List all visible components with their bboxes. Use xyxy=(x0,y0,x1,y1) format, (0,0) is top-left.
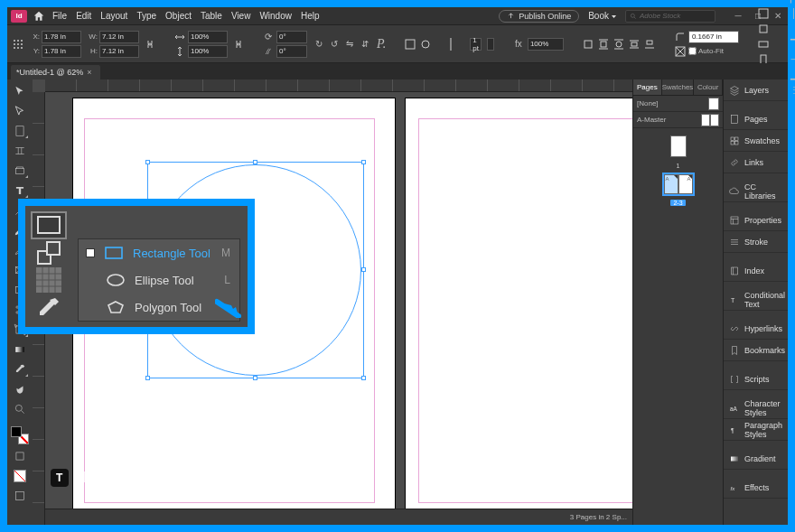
rail-links[interactable]: Links xyxy=(724,152,788,173)
menu-edit[interactable]: Edit xyxy=(76,11,91,21)
fx-icon[interactable]: fx xyxy=(512,38,525,51)
shear-field[interactable]: 0° xyxy=(276,45,307,58)
fill-stroke-swatches[interactable] xyxy=(11,426,29,444)
y-field[interactable]: 1.78 in xyxy=(42,45,81,58)
page-right[interactable] xyxy=(405,98,632,509)
big-gradient-grid-icon[interactable] xyxy=(31,266,67,294)
menu-window[interactable]: Window xyxy=(259,11,292,21)
rail-bookmarks[interactable]: Bookmarks xyxy=(724,340,788,361)
align-left-icon[interactable]: ▏ xyxy=(788,0,795,5)
text-wrap-none-icon[interactable] xyxy=(582,38,594,51)
selection-tool[interactable] xyxy=(11,83,29,99)
apply-none-icon[interactable] xyxy=(11,468,29,484)
constrain-wh-icon[interactable] xyxy=(145,38,155,51)
view-mode-icon[interactable] xyxy=(11,488,29,504)
corner-size-field[interactable]: 0.1667 in xyxy=(688,31,739,43)
corner-icon[interactable] xyxy=(674,31,687,43)
fit-frame-prop-icon[interactable] xyxy=(757,23,770,35)
eyedropper-tool[interactable] xyxy=(11,361,29,378)
minimize-button[interactable]: ─ xyxy=(732,10,744,23)
paragraph-controls-icon[interactable]: P. xyxy=(377,38,386,51)
close-button[interactable]: ✕ xyxy=(772,10,784,23)
big-eyedropper-icon[interactable] xyxy=(31,294,67,322)
rail-conditional-text[interactable]: TConditional Text xyxy=(724,289,788,311)
menu-table[interactable]: Table xyxy=(201,11,222,21)
page-tool[interactable] xyxy=(11,123,29,139)
format-container-icon[interactable] xyxy=(11,448,29,464)
menu-view[interactable]: View xyxy=(231,11,251,21)
tab-swatches[interactable]: Swatches xyxy=(662,79,695,95)
select-container-icon[interactable] xyxy=(404,38,416,51)
big-swap-fill-stroke-icon[interactable] xyxy=(31,239,67,266)
publish-online-button[interactable]: Publish Online xyxy=(499,10,579,23)
menu-help[interactable]: Help xyxy=(301,11,320,21)
align-hcenter-icon[interactable]: │ xyxy=(788,7,795,20)
rail-gradient[interactable]: Gradient xyxy=(724,448,788,470)
handle-t[interactable] xyxy=(253,160,257,164)
ruler-horizontal[interactable] xyxy=(45,79,632,92)
rotate-cw-icon[interactable]: ↻ xyxy=(313,38,325,51)
fit-content-frame-icon[interactable] xyxy=(757,38,770,51)
menu-object[interactable]: Object xyxy=(165,11,192,21)
home-icon[interactable] xyxy=(33,10,45,23)
type-tool[interactable] xyxy=(11,182,29,199)
rail-layers[interactable]: Layers xyxy=(724,79,788,101)
opacity-field[interactable]: 100% xyxy=(528,38,564,51)
flip-h-icon[interactable]: ⇋ xyxy=(343,38,356,51)
scale-x-field[interactable]: 100% xyxy=(188,31,228,43)
constrain-scale-icon[interactable] xyxy=(233,38,244,51)
close-tab-icon[interactable]: × xyxy=(87,68,91,77)
rail-cc-libraries[interactable]: CC Libraries xyxy=(724,181,788,202)
hand-tool[interactable] xyxy=(11,381,29,397)
rail-swatches[interactable]: Swatches xyxy=(724,130,788,152)
flyout-ellipse-tool[interactable]: Ellipse Tool L xyxy=(79,266,239,294)
menu-type[interactable]: Type xyxy=(136,11,156,21)
stroke-style-field[interactable] xyxy=(487,38,494,51)
stroke-weight-field[interactable]: 1 pt xyxy=(470,38,482,51)
tab-colour[interactable]: Colour xyxy=(694,79,723,95)
handle-br[interactable] xyxy=(361,376,366,380)
rail-stroke[interactable]: Stroke xyxy=(724,231,788,253)
distribute-h-icon[interactable]: ⋮ xyxy=(788,84,795,97)
rail-character-styles[interactable]: aACharacter Styles xyxy=(724,397,788,419)
gradient-swatch-tool[interactable] xyxy=(11,341,29,358)
handle-tl[interactable] xyxy=(145,160,150,164)
tab-pages[interactable]: Pages xyxy=(633,79,662,95)
big-rectangle-tool-icon[interactable] xyxy=(31,211,67,239)
handle-b[interactable] xyxy=(253,376,257,380)
select-content-icon[interactable] xyxy=(419,38,432,51)
reference-point-icon[interactable] xyxy=(13,38,23,51)
auto-fit-checkbox[interactable]: Auto-Fit xyxy=(688,47,724,55)
text-wrap-bbox-icon[interactable] xyxy=(597,38,610,51)
scale-y-field[interactable]: 100% xyxy=(188,45,228,58)
flip-v-icon[interactable]: ⇵ xyxy=(359,38,371,51)
direct-selection-tool[interactable] xyxy=(11,103,29,119)
text-wrap-next-icon[interactable] xyxy=(643,38,656,51)
rail-paragraph-styles[interactable]: ¶Paragraph Styles xyxy=(724,419,788,441)
align-bottom-icon[interactable]: ▁ xyxy=(788,69,795,81)
handle-bl[interactable] xyxy=(145,376,150,380)
align-vcenter-icon[interactable]: ─ xyxy=(788,53,795,66)
page-thumb-1[interactable] xyxy=(670,135,687,157)
master-none-row[interactable]: [None] xyxy=(633,96,723,112)
fit-content-prop-icon[interactable] xyxy=(757,7,770,20)
rail-index[interactable]: Index xyxy=(724,260,788,282)
stock-search-input[interactable]: Adobe Stock xyxy=(625,10,716,23)
rail-hyperlinks[interactable]: Hyperlinks xyxy=(724,318,788,340)
zoom-tool[interactable] xyxy=(11,401,29,417)
w-field[interactable]: 7.12 in xyxy=(99,31,139,43)
text-wrap-jump-icon[interactable] xyxy=(628,38,641,51)
handle-r[interactable] xyxy=(361,267,366,272)
rail-scripts[interactable]: Scripts xyxy=(724,369,788,390)
frame-fit-icon[interactable] xyxy=(674,45,687,58)
rail-properties[interactable]: Properties xyxy=(724,210,788,231)
h-field[interactable]: 7.12 in xyxy=(99,45,139,58)
menu-file[interactable]: File xyxy=(52,11,67,21)
flyout-rectangle-tool[interactable]: Rectangle Tool M xyxy=(79,239,239,266)
rotate-field[interactable]: 0° xyxy=(276,31,307,43)
rail-pages[interactable]: Pages xyxy=(724,108,788,130)
master-a-row[interactable]: A-Master xyxy=(633,112,723,128)
menu-layout[interactable]: Layout xyxy=(100,11,127,21)
gap-tool[interactable] xyxy=(11,143,29,159)
rail-effects[interactable]: fxEffects xyxy=(724,477,788,499)
